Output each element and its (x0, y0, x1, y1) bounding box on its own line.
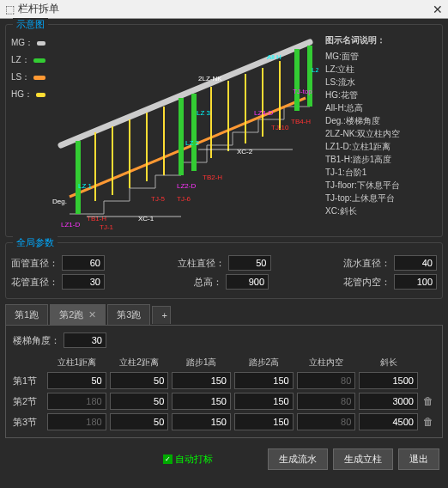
hg-nk-input[interactable] (394, 274, 437, 290)
svg-text:LZ 1: LZ 1 (78, 182, 93, 190)
r2-xc[interactable] (359, 393, 418, 410)
r2-delete-icon[interactable]: 🗑 (421, 395, 435, 407)
svg-text:LZ 2: LZ 2 (185, 139, 200, 147)
svg-text:LZ4-D: LZ4-D (254, 109, 273, 117)
r3-delete-icon[interactable]: 🗑 (421, 416, 435, 428)
run-body: 楼梯角度： 立柱1距离 立柱2距离 踏步1高 踏步2高 立柱内空 斜长 第1节 … (5, 325, 443, 438)
svg-text:XC-2: XC-2 (237, 148, 253, 156)
col-lz2d: 立柱2距离 (110, 357, 169, 369)
r2-tb1h[interactable] (172, 393, 231, 410)
col-xc: 斜长 (359, 357, 418, 369)
svg-text:TJ-1: TJ-1 (100, 223, 114, 231)
svg-text:TJ-6: TJ-6 (177, 195, 191, 203)
r3-xc[interactable] (359, 413, 418, 430)
diagram-section: 示意图 MG： LZ： LS： HG： (5, 24, 443, 237)
tab-close-icon[interactable]: ✕ (88, 309, 96, 320)
ls-d-label: 流水直径： (343, 257, 390, 270)
r3-tb2h[interactable] (234, 413, 294, 430)
tab-run3[interactable]: 第3跑 (107, 304, 150, 325)
exit-button[interactable]: 退出 (398, 448, 439, 470)
svg-text:TJ-10: TJ-10 (271, 124, 289, 131)
total-h-label: 总高： (179, 276, 222, 289)
gen-ls-button[interactable]: 生成流水 (268, 448, 328, 470)
row2-label: 第2节 (13, 395, 44, 408)
window-title: 栏杆拆单 (18, 2, 59, 16)
svg-text:Deg.: Deg. (52, 198, 67, 205)
mg-d-input[interactable] (62, 255, 105, 271)
r2-lz1d[interactable] (47, 393, 106, 410)
run-tabs: 第1跑 第2跑✕ 第3跑 + (5, 304, 443, 325)
mg-d-label: 面管直径： (11, 257, 58, 270)
r1-tb1h[interactable] (172, 372, 231, 389)
sections-grid: 立柱1距离 立柱2距离 踏步1高 踏步2高 立柱内空 斜长 第1节 第2节 🗑 … (13, 357, 435, 430)
tab-run2[interactable]: 第2跑✕ (50, 304, 106, 325)
hg-d-label: 花管直径： (11, 276, 58, 289)
col-tb1h: 踏步1高 (172, 357, 231, 369)
row1-label: 第1节 (13, 375, 44, 387)
r1-lznk[interactable] (297, 372, 356, 389)
svg-text:All H: All H (267, 53, 282, 61)
ls-swatch (33, 76, 45, 80)
r1-lz2d[interactable] (110, 372, 169, 389)
hg-swatch (36, 93, 45, 97)
svg-text:TJ-top: TJ-top (293, 88, 312, 95)
gen-lz-button[interactable]: 生成立柱 (333, 448, 393, 470)
total-h-input[interactable] (226, 274, 269, 290)
color-keys: MG： LZ： LS： HG： (11, 34, 45, 231)
r1-tb2h[interactable] (234, 372, 294, 389)
close-icon[interactable]: ✕ (433, 3, 443, 16)
footer: ✓自动打标 生成流水 生成立柱 退出 (0, 443, 448, 475)
svg-text:TB1-H: TB1-H (87, 215, 106, 223)
global-params-section: 全局参数 面管直径： 立柱直径： 流水直径： 花管直径： 总高： 花管内空： (5, 242, 443, 299)
tab-add-button[interactable]: + (152, 306, 171, 324)
svg-text:XC-1: XC-1 (138, 215, 154, 223)
svg-text:TJ-5: TJ-5 (151, 195, 166, 203)
lz-d-input[interactable] (228, 255, 271, 271)
railing-diagram: 2LZ-NK LZ4-D TJ-top TB4-H TJ-10 XC-2 LZ2… (52, 34, 318, 231)
hg-d-input[interactable] (62, 274, 105, 290)
svg-text:TB2-H: TB2-H (203, 174, 222, 181)
angle-label: 楼梯角度： (13, 334, 60, 347)
r3-lz1d[interactable] (47, 413, 106, 430)
svg-text:LZ 3: LZ 3 (197, 109, 211, 117)
lz-swatch (33, 58, 45, 63)
col-lznk: 立柱内空 (297, 357, 356, 369)
col-tb2h: 踏步2高 (234, 357, 294, 369)
r1-xc[interactable] (359, 372, 418, 389)
svg-text:TB4-H: TB4-H (291, 118, 311, 125)
r2-lznk[interactable] (297, 393, 356, 410)
svg-text:LZ2-D: LZ2-D (177, 182, 196, 190)
auto-mark-checkbox[interactable]: ✓自动打标 (163, 453, 213, 466)
check-icon: ✓ (163, 454, 173, 464)
hg-nk-label: 花管内空： (343, 276, 390, 289)
ls-d-input[interactable] (394, 255, 437, 271)
r3-lznk[interactable] (297, 413, 356, 430)
diagram-title: 示意图 (13, 18, 48, 31)
r3-tb1h[interactable] (172, 413, 231, 430)
global-title: 全局参数 (13, 236, 58, 249)
r1-lz1d[interactable] (47, 372, 106, 389)
angle-input[interactable] (64, 332, 106, 348)
row3-label: 第3节 (13, 416, 44, 429)
legend-header: 图示名词说明： (325, 34, 400, 46)
svg-text:LZ 4: LZ 4 (312, 66, 318, 74)
mg-swatch (37, 41, 45, 46)
r3-lz2d[interactable] (110, 413, 169, 430)
svg-text:LZ1-D: LZ1-D (61, 221, 80, 229)
r2-tb2h[interactable] (234, 393, 294, 410)
legend-text: 图示名词说明： MG:面管 LZ:立柱 LS:流水 HG:花管 All-H:总高… (325, 34, 400, 231)
r2-lz2d[interactable] (110, 393, 169, 410)
svg-text:2LZ-NK: 2LZ-NK (198, 75, 222, 82)
tab-run1[interactable]: 第1跑 (5, 304, 48, 325)
lz-d-label: 立柱直径： (178, 257, 225, 270)
titlebar: ⬚栏杆拆单 ✕ (0, 0, 448, 19)
app-icon: ⬚ (5, 3, 15, 15)
col-lz1d: 立柱1距离 (47, 357, 106, 369)
